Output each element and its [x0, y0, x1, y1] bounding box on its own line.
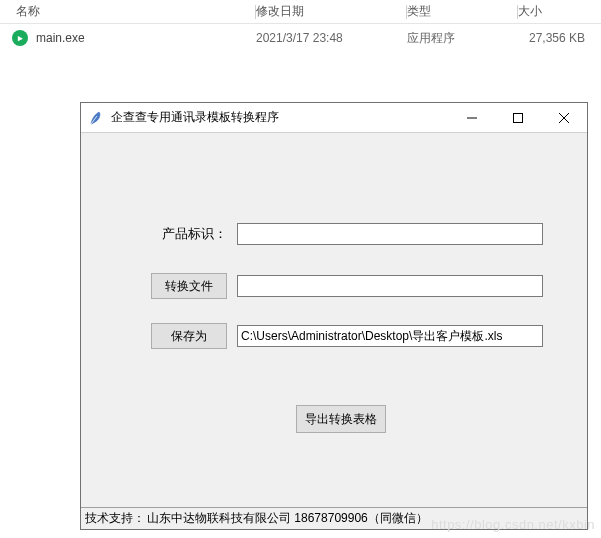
column-header-size[interactable]: 大小	[518, 3, 601, 20]
svg-rect-1	[514, 113, 523, 122]
product-id-label: 产品标识：	[151, 225, 227, 243]
titlebar[interactable]: 企查查专用通讯录模板转换程序	[81, 103, 587, 133]
export-button[interactable]: 导出转换表格	[296, 405, 386, 433]
file-row[interactable]: ▸ main.exe 2021/3/17 23:48 应用程序 27,356 K…	[0, 24, 601, 52]
maximize-button[interactable]	[495, 103, 541, 132]
exe-icon: ▸	[12, 30, 28, 46]
column-header-name[interactable]: 名称	[0, 3, 255, 20]
column-header-type[interactable]: 类型	[407, 3, 517, 20]
file-size: 27,356 KB	[518, 31, 601, 45]
close-button[interactable]	[541, 103, 587, 132]
convert-file-button[interactable]: 转换文件	[151, 273, 227, 299]
footer-label: 技术支持：	[85, 510, 145, 527]
file-date: 2021/3/17 23:48	[256, 31, 406, 45]
status-bar: 技术支持： 山东中达物联科技有限公司 18678709906（同微信）	[81, 507, 587, 529]
save-as-input[interactable]	[237, 325, 543, 347]
window-body: 产品标识： 转换文件 保存为 导出转换表格	[81, 133, 587, 507]
column-header-date[interactable]: 修改日期	[256, 3, 406, 20]
file-name: main.exe	[36, 31, 85, 45]
save-as-button[interactable]: 保存为	[151, 323, 227, 349]
explorer-header: 名称 修改日期 类型 大小	[0, 0, 601, 24]
minimize-button[interactable]	[449, 103, 495, 132]
window-title: 企查查专用通讯录模板转换程序	[111, 109, 449, 126]
feather-icon	[89, 110, 105, 126]
product-id-input[interactable]	[237, 223, 543, 245]
file-type: 应用程序	[407, 30, 517, 47]
app-window: 企查查专用通讯录模板转换程序 产品标识： 转换文件 保存为 导出转换表格	[80, 102, 588, 530]
convert-file-input[interactable]	[237, 275, 543, 297]
footer-text: 山东中达物联科技有限公司 18678709906（同微信）	[147, 510, 428, 527]
